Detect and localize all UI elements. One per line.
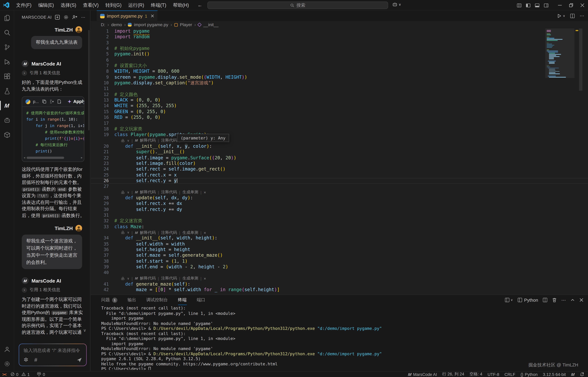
chat-input[interactable]: 输入消息或者 "/" 来选择指令 ✲ # bbox=[19, 344, 86, 366]
code-line-29: 29 self.rect.x += dx bbox=[91, 201, 588, 207]
tab-import-pygame[interactable]: import pygame.py 1 bbox=[97, 11, 157, 21]
testing-icon[interactable] bbox=[0, 83, 14, 98]
panel-tab-输出[interactable]: 输出 bbox=[127, 295, 136, 305]
breadcrumb-item[interactable]: import pygame.py bbox=[134, 23, 168, 27]
remote-indicator[interactable]: >< bbox=[2, 372, 6, 376]
breadcrumb-item[interactable]: __init__ bbox=[204, 23, 218, 27]
indentation-status[interactable]: 空格: 4 bbox=[469, 371, 482, 377]
menu-文件F[interactable]: 文件(F) bbox=[13, 1, 35, 9]
insert-code-icon[interactable] bbox=[50, 99, 54, 104]
sidebar-scrollbar[interactable] bbox=[88, 30, 90, 130]
language-mode[interactable]: {}Python bbox=[520, 372, 538, 376]
codelens-actions[interactable]: ∨|M解释代码|注释代码|生成单测|× bbox=[91, 276, 588, 282]
maximize-panel-icon[interactable] bbox=[570, 298, 575, 302]
notifications-bell-icon[interactable] bbox=[580, 372, 584, 376]
cloud-ide-icon[interactable] bbox=[0, 127, 14, 142]
scroll-down-icon[interactable]: ∨ bbox=[83, 328, 86, 333]
panel-tab-调试控制台[interactable]: 调试控制台 bbox=[146, 295, 168, 305]
copy-code-icon[interactable] bbox=[42, 99, 47, 104]
close-window-button[interactable] bbox=[577, 0, 588, 11]
panel-tab-端口[interactable]: 端口 bbox=[197, 295, 205, 305]
apply-button[interactable]: Apply bbox=[68, 99, 84, 104]
marscode-status-icon[interactable]: M bbox=[571, 372, 575, 376]
ai-agent-icon[interactable] bbox=[0, 113, 14, 127]
settings-gear-icon[interactable] bbox=[0, 356, 14, 371]
minimize-button[interactable] bbox=[554, 0, 565, 11]
customize-layout-button[interactable] bbox=[515, 0, 524, 11]
menu-选择S[interactable]: 选择(S) bbox=[57, 1, 80, 9]
breadcrumb-item[interactable]: D: bbox=[101, 23, 105, 27]
close-panel-icon[interactable] bbox=[579, 298, 584, 302]
ports-status[interactable]: 0 bbox=[37, 372, 45, 376]
menu-运行R[interactable]: 运行(R) bbox=[125, 1, 147, 9]
new-terminal-button[interactable]: ∨ bbox=[505, 297, 513, 303]
extensions-icon[interactable] bbox=[0, 69, 14, 83]
reference-toggle[interactable]: › 引用 1 相关信息 bbox=[22, 70, 85, 76]
search-sidebar-icon[interactable] bbox=[0, 25, 14, 40]
menu-帮助H[interactable]: 帮助(H) bbox=[170, 1, 192, 9]
minimap[interactable] bbox=[545, 28, 575, 295]
editor-scrollbar[interactable] bbox=[579, 28, 582, 91]
tab-close-icon[interactable] bbox=[151, 14, 154, 18]
cursor-position[interactable]: 行 26, 列 24 bbox=[442, 371, 464, 377]
nav-back-icon[interactable]: ← bbox=[198, 2, 203, 8]
context-hash-icon[interactable]: # bbox=[34, 357, 37, 363]
menu-编辑E[interactable]: 编辑(E) bbox=[35, 1, 57, 9]
menu-终端T[interactable]: 终端(T) bbox=[147, 1, 169, 9]
marscode-status[interactable]: MMarsCode AI bbox=[408, 372, 437, 376]
chat-input-container: 输入消息或者 "/" 来选择指令 ✲ # bbox=[19, 344, 86, 366]
python-version[interactable]: 3.12.5 64-bit bbox=[543, 372, 566, 376]
terminal-instance-python[interactable]: Python bbox=[517, 297, 538, 303]
scroll-left-icon[interactable]: ◂ bbox=[24, 156, 25, 159]
reference-toggle[interactable]: › 引用 1 相关信息 bbox=[22, 287, 85, 293]
scroll-right-icon[interactable]: ▸ bbox=[81, 156, 83, 159]
marscode-ai-icon[interactable]: M bbox=[0, 98, 14, 113]
codelens-actions[interactable]: ∨|M解释代码|注释代码|生成单测|× bbox=[91, 189, 588, 195]
codelens-actions[interactable]: ∨|M解释代码|注释代码|生成单测|× bbox=[91, 230, 588, 236]
search-input[interactable]: 搜索 bbox=[207, 1, 388, 9]
toggle-panel-button[interactable] bbox=[533, 0, 541, 11]
explorer-icon[interactable] bbox=[0, 11, 14, 25]
code-line-3: 3 bbox=[91, 40, 588, 46]
panel-more-icon[interactable]: ⋯ bbox=[561, 297, 566, 303]
tab-problem-badge: 1 bbox=[145, 14, 147, 18]
more-actions-icon[interactable]: ⋯ bbox=[80, 14, 86, 20]
account-icon[interactable] bbox=[0, 342, 14, 356]
panel-tab-问题[interactable]: 问题1 bbox=[101, 295, 117, 305]
toggle-secondary-sidebar-button[interactable] bbox=[541, 0, 551, 11]
split-terminal-icon[interactable] bbox=[543, 297, 548, 303]
toggle-sidebar-button[interactable] bbox=[524, 0, 533, 11]
commands-icon[interactable]: ✲ bbox=[24, 356, 28, 363]
code-line-40: 40 bbox=[91, 270, 588, 276]
menu-查看V[interactable]: 查看(V) bbox=[80, 1, 102, 9]
split-editor-icon[interactable] bbox=[570, 13, 575, 18]
marscode-knot-icon bbox=[121, 139, 125, 143]
new-chat-icon[interactable] bbox=[54, 14, 60, 20]
editor-more-actions-icon[interactable]: ⋯ bbox=[580, 13, 584, 18]
problems-status[interactable]: 0 1 bbox=[11, 372, 30, 376]
code-lang-label: p... bbox=[33, 99, 39, 104]
restore-button[interactable] bbox=[565, 0, 577, 11]
code-line-32: 32# 定义迷宫类 bbox=[91, 218, 588, 224]
run-python-button[interactable]: ∨ bbox=[557, 13, 565, 18]
code-hscrollbar[interactable]: ◂ ▸ bbox=[24, 156, 82, 160]
encoding-status[interactable]: UTF-8 bbox=[488, 372, 499, 376]
send-icon[interactable] bbox=[76, 357, 82, 363]
share-feedback-icon[interactable] bbox=[72, 14, 78, 20]
source-control-icon[interactable] bbox=[0, 40, 14, 54]
run-debug-icon[interactable] bbox=[0, 54, 14, 69]
code-line-8: 8WIDTH, HEIGHT = 800, 600 bbox=[91, 69, 588, 74]
new-file-icon[interactable] bbox=[57, 99, 61, 104]
ai-assistant-button[interactable]: ∨ bbox=[392, 2, 401, 7]
hover-tooltip: (parameter) y: Any bbox=[177, 134, 229, 142]
code-editor[interactable]: 1import pygame2import random34# 初始化pygam… bbox=[91, 28, 588, 295]
breadcrumb-item[interactable]: Player bbox=[180, 23, 192, 27]
kill-terminal-icon[interactable] bbox=[552, 297, 557, 303]
codelens-actions[interactable]: ∨|M解释代码|注释代码|生成单测|× bbox=[91, 138, 588, 143]
breadcrumb-item[interactable]: demo bbox=[111, 23, 122, 27]
menu-转到G[interactable]: 转到(G) bbox=[102, 1, 125, 9]
eol-status[interactable]: CRLF bbox=[504, 372, 515, 376]
settings-icon[interactable] bbox=[63, 14, 69, 20]
terminal-output[interactable]: Traceback (most recent call last): File … bbox=[101, 306, 582, 370]
panel-tab-终端[interactable]: 终端 bbox=[178, 295, 187, 305]
